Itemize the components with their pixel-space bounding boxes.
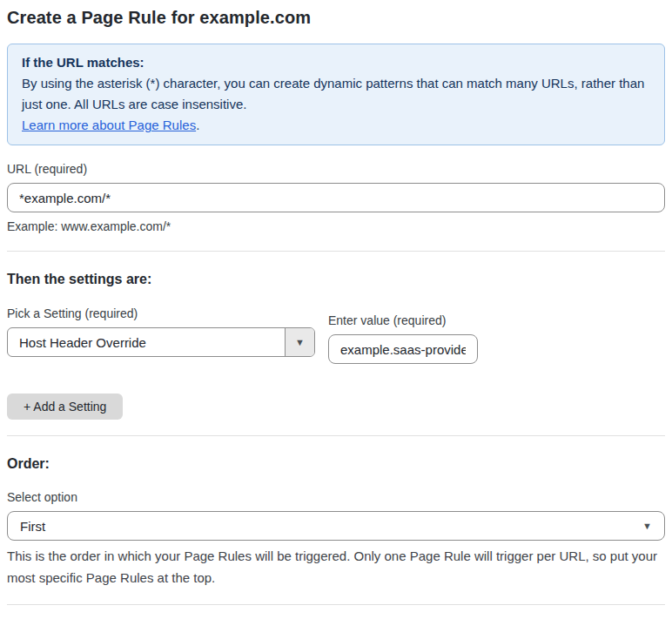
setting-picker-column: Pick a Setting (required) Host Header Ov… [7, 305, 315, 364]
url-field-label: URL (required) [7, 160, 665, 178]
order-selected-option: First [20, 519, 642, 534]
chevron-down-icon: ▼ [642, 521, 652, 531]
url-example-helper: Example: www.example.com/* [7, 218, 665, 235]
info-box-link-line: Learn more about Page Rules. [22, 115, 650, 136]
setting-picker-select[interactable]: Host Header Override ▼ [7, 327, 315, 357]
order-select-label: Select option [7, 488, 665, 506]
section-divider [7, 435, 665, 436]
order-helper-text: This is the order in which your Page Rul… [7, 545, 660, 589]
info-box-body: By using the asterisk (*) character, you… [22, 73, 650, 115]
section-divider [7, 251, 665, 252]
link-suffix: . [196, 118, 199, 132]
order-section-heading: Order: [7, 454, 665, 474]
setting-picker-arrow-segment[interactable]: ▼ [285, 328, 314, 356]
setting-picker-value: Host Header Override [8, 328, 285, 356]
page-title: Create a Page Rule for example.com [7, 5, 665, 30]
learn-more-link[interactable]: Learn more about Page Rules [22, 118, 196, 132]
url-input[interactable] [7, 183, 665, 212]
settings-row: Pick a Setting (required) Host Header Ov… [7, 305, 665, 364]
footer-divider [7, 604, 665, 605]
setting-value-input[interactable] [328, 334, 478, 364]
add-setting-button[interactable]: + Add a Setting [7, 394, 123, 420]
url-matches-info-box: If the URL matches: By using the asteris… [7, 44, 665, 145]
chevron-down-icon: ▼ [295, 337, 305, 347]
setting-value-label: Enter value (required) [328, 312, 478, 329]
info-box-heading: If the URL matches: [22, 52, 650, 73]
setting-value-column: Enter value (required) [328, 312, 478, 364]
order-select[interactable]: First ▼ [7, 511, 665, 541]
setting-picker-label: Pick a Setting (required) [7, 305, 315, 322]
settings-section-heading: Then the settings are: [7, 270, 665, 289]
